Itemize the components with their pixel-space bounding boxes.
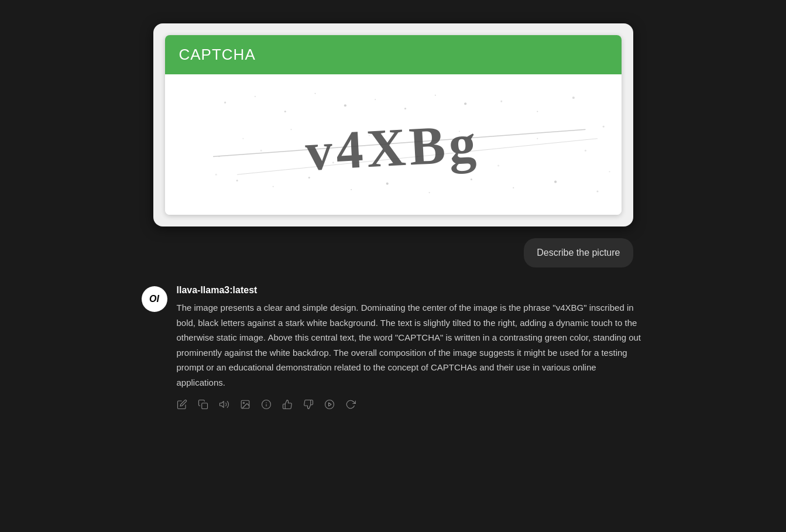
svg-point-29 — [497, 164, 499, 166]
svg-point-18 — [470, 179, 472, 180]
svg-point-3 — [314, 93, 315, 94]
refresh-icon[interactable] — [345, 399, 356, 410]
svg-point-5 — [375, 99, 376, 100]
svg-point-34 — [609, 171, 610, 172]
svg-marker-47 — [328, 403, 331, 406]
speaker-icon[interactable] — [219, 399, 229, 410]
describe-bubble-text: Describe the picture — [537, 248, 620, 258]
svg-point-30 — [537, 138, 538, 139]
response-text: The image presents a clear and simple de… — [177, 300, 645, 390]
svg-point-46 — [325, 400, 334, 409]
model-name: llava-llama3:latest — [177, 285, 645, 296]
svg-point-12 — [236, 180, 238, 181]
refresh-svg — [345, 399, 356, 410]
model-avatar: OI — [142, 286, 167, 312]
svg-point-9 — [500, 101, 502, 102]
svg-point-33 — [602, 126, 604, 128]
edit-icon[interactable] — [177, 399, 187, 410]
action-icons-row — [177, 399, 645, 410]
svg-point-10 — [537, 111, 538, 112]
avatar-text: OI — [149, 294, 159, 304]
copy-icon[interactable] — [198, 399, 208, 410]
svg-point-8 — [464, 102, 466, 105]
svg-point-0 — [224, 102, 226, 104]
svg-rect-39 — [201, 403, 207, 409]
svg-point-24 — [290, 129, 291, 130]
svg-point-21 — [596, 191, 598, 193]
svg-point-31 — [584, 150, 586, 152]
captcha-card: CAPTCHA — [165, 35, 622, 215]
svg-point-4 — [344, 104, 346, 107]
copy-svg — [198, 399, 208, 410]
svg-point-17 — [428, 192, 430, 193]
info-svg — [261, 399, 272, 410]
edit-svg — [177, 399, 187, 410]
response-content: llava-llama3:latest The image presents a… — [177, 285, 645, 410]
play-svg — [324, 399, 335, 410]
svg-point-15 — [351, 189, 352, 190]
svg-point-1 — [254, 96, 255, 97]
svg-point-6 — [404, 108, 406, 109]
svg-point-35 — [215, 174, 217, 176]
svg-point-2 — [284, 111, 286, 112]
page-container: CAPTCHA — [0, 0, 786, 433]
describe-bubble: Describe the picture — [524, 238, 633, 267]
svg-point-23 — [260, 150, 262, 152]
svg-point-22 — [242, 138, 243, 139]
info-icon[interactable] — [261, 399, 272, 410]
svg-point-19 — [513, 187, 514, 188]
thumbup-svg — [282, 399, 293, 410]
message-bubble-wrapper: Describe the picture — [153, 238, 633, 267]
response-row: OI llava-llama3:latest The image present… — [142, 285, 645, 410]
thumbdown-svg — [303, 399, 314, 410]
play-icon[interactable] — [324, 399, 335, 410]
image-card-wrapper: CAPTCHA — [153, 23, 633, 226]
captcha-title: CAPTCHA — [179, 46, 256, 63]
svg-point-13 — [272, 186, 273, 187]
svg-point-11 — [572, 97, 574, 99]
captcha-header: CAPTCHA — [165, 35, 622, 74]
captcha-svg: v4XBg — [165, 74, 622, 215]
svg-point-7 — [434, 95, 435, 96]
image-icon[interactable] — [240, 399, 250, 410]
svg-text:v4XBg: v4XBg — [304, 113, 481, 181]
svg-point-20 — [554, 181, 557, 183]
svg-marker-40 — [219, 401, 224, 408]
response-area: OI llava-llama3:latest The image present… — [130, 285, 657, 410]
thumbdown-icon[interactable] — [303, 399, 314, 410]
thumbup-icon[interactable] — [282, 399, 293, 410]
speaker-svg — [219, 399, 229, 410]
svg-point-16 — [386, 183, 388, 185]
svg-point-42 — [243, 402, 244, 403]
captcha-body: v4XBg — [165, 74, 622, 215]
image-svg — [240, 399, 250, 410]
